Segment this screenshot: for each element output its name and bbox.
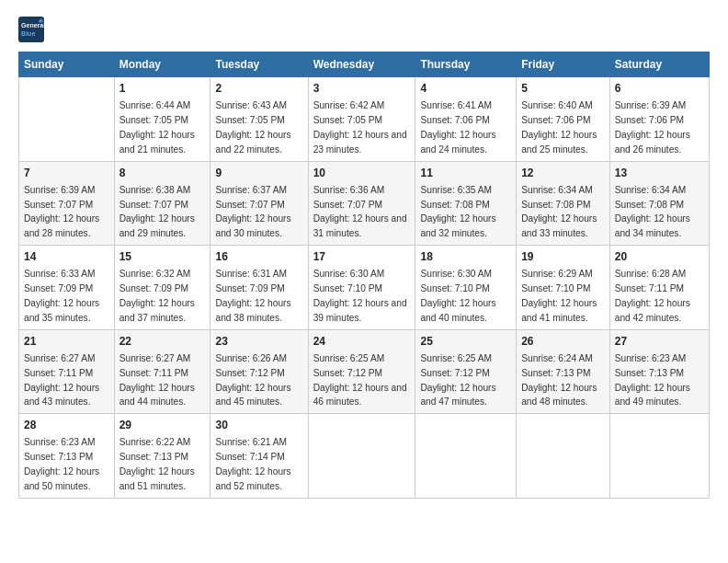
sunrise: Sunrise: 6:27 AM [24,353,96,363]
daylight: Daylight: 12 hours and 23 minutes. [313,130,407,155]
calendar-cell [609,414,709,499]
sunset: Sunset: 7:13 PM [119,452,188,462]
day-number: 20 [615,249,704,265]
daylight: Daylight: 12 hours and 39 minutes. [313,298,407,323]
daylight: Daylight: 12 hours and 48 minutes. [521,383,597,408]
header: General Blue [18,17,710,42]
daylight: Daylight: 12 hours and 51 minutes. [119,466,195,491]
sunrise: Sunrise: 6:24 AM [521,353,593,363]
day-number: 27 [615,334,704,350]
daylight: Daylight: 12 hours and 31 minutes. [313,213,407,238]
calendar-cell: 26Sunrise: 6:24 AMSunset: 7:13 PMDayligh… [517,329,610,414]
day-number: 8 [119,166,206,181]
sunrise: Sunrise: 6:37 AM [215,185,287,195]
sunset: Sunset: 7:07 PM [313,200,382,210]
calendar-cell: 21Sunrise: 6:27 AMSunset: 7:11 PMDayligh… [19,329,115,414]
sunrise: Sunrise: 6:31 AM [215,269,287,279]
sunset: Sunset: 7:06 PM [420,115,489,125]
day-number: 18 [420,249,511,265]
sunrise: Sunrise: 6:39 AM [24,185,96,195]
sunrise: Sunrise: 6:23 AM [24,437,96,447]
calendar-cell: 29Sunrise: 6:22 AMSunset: 7:13 PMDayligh… [114,414,210,499]
sunset: Sunset: 7:11 PM [24,368,93,378]
day-number: 22 [119,334,206,350]
day-number: 6 [615,81,704,97]
sunrise: Sunrise: 6:21 AM [215,437,287,447]
calendar-cell: 23Sunrise: 6:26 AMSunset: 7:12 PMDayligh… [210,329,308,414]
day-number: 2 [215,81,302,97]
sunset: Sunset: 7:07 PM [24,200,93,210]
day-number: 9 [215,166,302,181]
daylight: Daylight: 12 hours and 35 minutes. [24,298,99,323]
sunset: Sunset: 7:08 PM [615,200,684,210]
sunset: Sunset: 7:12 PM [313,368,382,378]
sunrise: Sunrise: 6:33 AM [24,269,96,279]
day-number: 14 [24,249,109,265]
day-number: 23 [215,334,302,350]
sunrise: Sunrise: 6:25 AM [420,353,492,363]
calendar-cell [415,414,517,499]
sunset: Sunset: 7:13 PM [615,368,684,378]
day-number: 12 [521,166,605,181]
calendar-table: SundayMondayTuesdayWednesdayThursdayFrid… [18,52,710,499]
daylight: Daylight: 12 hours and 37 minutes. [119,298,195,323]
calendar-cell [308,414,415,499]
week-row-5: 28Sunrise: 6:23 AMSunset: 7:13 PMDayligh… [19,414,710,499]
header-wednesday: Wednesday [308,52,415,77]
sunset: Sunset: 7:09 PM [119,283,188,293]
calendar-cell: 2Sunrise: 6:43 AMSunset: 7:05 PMDaylight… [210,77,308,162]
sunrise: Sunrise: 6:43 AM [215,100,287,110]
week-row-3: 14Sunrise: 6:33 AMSunset: 7:09 PMDayligh… [19,246,710,330]
sunset: Sunset: 7:12 PM [420,368,489,378]
daylight: Daylight: 12 hours and 52 minutes. [215,466,290,491]
calendar-cell: 22Sunrise: 6:27 AMSunset: 7:11 PMDayligh… [114,329,210,414]
page: General Blue SundayMondayTuesdayWednesda… [0,0,728,563]
calendar-cell: 8Sunrise: 6:38 AMSunset: 7:07 PMDaylight… [114,161,210,246]
sunrise: Sunrise: 6:38 AM [119,185,191,195]
sunset: Sunset: 7:11 PM [119,368,188,378]
sunrise: Sunrise: 6:32 AM [119,269,191,279]
calendar-cell [517,414,610,499]
daylight: Daylight: 12 hours and 25 minutes. [521,130,597,155]
day-number: 3 [313,81,411,97]
calendar-cell: 12Sunrise: 6:34 AMSunset: 7:08 PMDayligh… [517,161,610,246]
header-saturday: Saturday [609,52,709,77]
calendar-cell: 15Sunrise: 6:32 AMSunset: 7:09 PMDayligh… [114,246,210,330]
daylight: Daylight: 12 hours and 28 minutes. [24,213,99,238]
day-number: 4 [420,81,511,97]
daylight: Daylight: 12 hours and 26 minutes. [615,130,690,155]
sunset: Sunset: 7:07 PM [215,200,284,210]
sunset: Sunset: 7:06 PM [521,115,590,125]
daylight: Daylight: 12 hours and 42 minutes. [615,298,690,323]
calendar-cell: 1Sunrise: 6:44 AMSunset: 7:05 PMDaylight… [114,77,210,162]
sunrise: Sunrise: 6:25 AM [313,353,385,363]
header-thursday: Thursday [415,52,517,77]
calendar-cell: 17Sunrise: 6:30 AMSunset: 7:10 PMDayligh… [308,246,415,330]
calendar-cell: 24Sunrise: 6:25 AMSunset: 7:12 PMDayligh… [308,329,415,414]
sunrise: Sunrise: 6:36 AM [313,185,385,195]
sunrise: Sunrise: 6:34 AM [521,185,593,195]
daylight: Daylight: 12 hours and 32 minutes. [420,213,495,238]
day-number: 7 [24,166,109,181]
calendar-cell: 6Sunrise: 6:39 AMSunset: 7:06 PMDaylight… [609,77,709,162]
daylight: Daylight: 12 hours and 50 minutes. [24,466,99,491]
daylight: Daylight: 12 hours and 45 minutes. [215,383,290,408]
daylight: Daylight: 12 hours and 44 minutes. [119,383,195,408]
header-tuesday: Tuesday [210,52,308,77]
daylight: Daylight: 12 hours and 43 minutes. [24,383,99,408]
week-row-2: 7Sunrise: 6:39 AMSunset: 7:07 PMDaylight… [19,161,710,246]
daylight: Daylight: 12 hours and 38 minutes. [215,298,290,323]
sunset: Sunset: 7:05 PM [119,115,188,125]
header-sunday: Sunday [19,52,115,77]
logo-icon: General Blue [18,17,44,42]
sunrise: Sunrise: 6:28 AM [615,269,687,279]
calendar-cell: 14Sunrise: 6:33 AMSunset: 7:09 PMDayligh… [19,246,115,330]
daylight: Daylight: 12 hours and 49 minutes. [615,383,690,408]
sunset: Sunset: 7:09 PM [24,283,93,293]
sunset: Sunset: 7:06 PM [615,115,684,125]
day-number: 21 [24,334,109,350]
daylight: Daylight: 12 hours and 21 minutes. [119,130,195,155]
day-number: 10 [313,166,411,181]
sunset: Sunset: 7:05 PM [313,115,382,125]
daylight: Daylight: 12 hours and 33 minutes. [521,213,597,238]
